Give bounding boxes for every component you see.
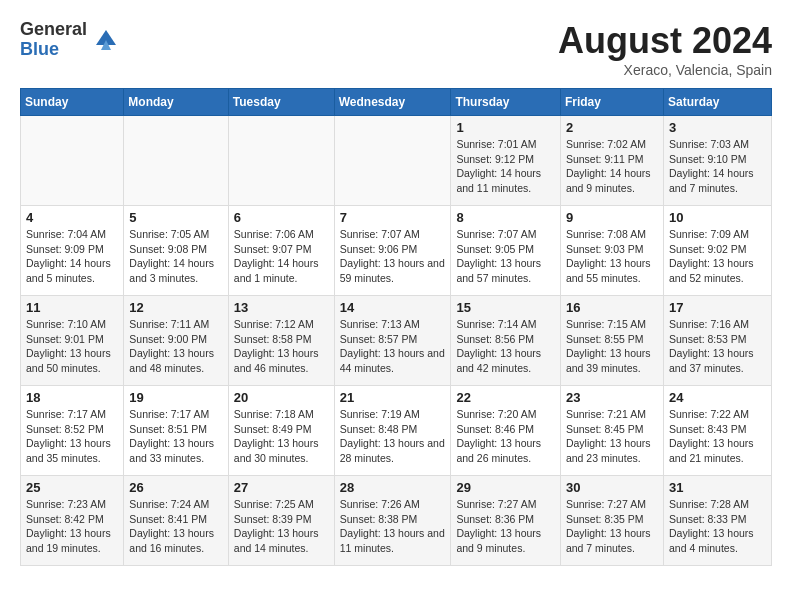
- day-number: 27: [234, 480, 329, 495]
- day-info: Sunrise: 7:09 AMSunset: 9:02 PMDaylight:…: [669, 227, 766, 286]
- day-number: 3: [669, 120, 766, 135]
- day-cell: 26Sunrise: 7:24 AMSunset: 8:41 PMDayligh…: [124, 476, 228, 566]
- day-cell: 7Sunrise: 7:07 AMSunset: 9:06 PMDaylight…: [334, 206, 451, 296]
- week-row-1: 1Sunrise: 7:01 AMSunset: 9:12 PMDaylight…: [21, 116, 772, 206]
- day-info: Sunrise: 7:26 AMSunset: 8:38 PMDaylight:…: [340, 497, 446, 556]
- day-number: 22: [456, 390, 555, 405]
- day-number: 14: [340, 300, 446, 315]
- day-number: 23: [566, 390, 658, 405]
- day-info: Sunrise: 7:02 AMSunset: 9:11 PMDaylight:…: [566, 137, 658, 196]
- day-number: 15: [456, 300, 555, 315]
- day-cell: 3Sunrise: 7:03 AMSunset: 9:10 PMDaylight…: [663, 116, 771, 206]
- day-info: Sunrise: 7:01 AMSunset: 9:12 PMDaylight:…: [456, 137, 555, 196]
- day-number: 6: [234, 210, 329, 225]
- day-info: Sunrise: 7:05 AMSunset: 9:08 PMDaylight:…: [129, 227, 222, 286]
- day-number: 4: [26, 210, 118, 225]
- day-cell: 20Sunrise: 7:18 AMSunset: 8:49 PMDayligh…: [228, 386, 334, 476]
- day-number: 18: [26, 390, 118, 405]
- calendar-table: SundayMondayTuesdayWednesdayThursdayFrid…: [20, 88, 772, 566]
- day-info: Sunrise: 7:16 AMSunset: 8:53 PMDaylight:…: [669, 317, 766, 376]
- day-cell: 1Sunrise: 7:01 AMSunset: 9:12 PMDaylight…: [451, 116, 561, 206]
- day-cell: 6Sunrise: 7:06 AMSunset: 9:07 PMDaylight…: [228, 206, 334, 296]
- day-cell: 23Sunrise: 7:21 AMSunset: 8:45 PMDayligh…: [560, 386, 663, 476]
- day-number: 19: [129, 390, 222, 405]
- day-info: Sunrise: 7:22 AMSunset: 8:43 PMDaylight:…: [669, 407, 766, 466]
- column-header-monday: Monday: [124, 89, 228, 116]
- day-number: 17: [669, 300, 766, 315]
- week-row-2: 4Sunrise: 7:04 AMSunset: 9:09 PMDaylight…: [21, 206, 772, 296]
- day-number: 7: [340, 210, 446, 225]
- day-cell: 8Sunrise: 7:07 AMSunset: 9:05 PMDaylight…: [451, 206, 561, 296]
- day-cell: 24Sunrise: 7:22 AMSunset: 8:43 PMDayligh…: [663, 386, 771, 476]
- day-number: 21: [340, 390, 446, 405]
- day-info: Sunrise: 7:27 AMSunset: 8:35 PMDaylight:…: [566, 497, 658, 556]
- day-number: 31: [669, 480, 766, 495]
- day-info: Sunrise: 7:07 AMSunset: 9:05 PMDaylight:…: [456, 227, 555, 286]
- day-number: 10: [669, 210, 766, 225]
- day-number: 25: [26, 480, 118, 495]
- day-cell: 19Sunrise: 7:17 AMSunset: 8:51 PMDayligh…: [124, 386, 228, 476]
- day-cell: 21Sunrise: 7:19 AMSunset: 8:48 PMDayligh…: [334, 386, 451, 476]
- day-number: 11: [26, 300, 118, 315]
- day-cell: 2Sunrise: 7:02 AMSunset: 9:11 PMDaylight…: [560, 116, 663, 206]
- logo-line1: General: [20, 20, 87, 40]
- column-header-friday: Friday: [560, 89, 663, 116]
- day-cell: 11Sunrise: 7:10 AMSunset: 9:01 PMDayligh…: [21, 296, 124, 386]
- day-cell: 4Sunrise: 7:04 AMSunset: 9:09 PMDaylight…: [21, 206, 124, 296]
- day-cell: 27Sunrise: 7:25 AMSunset: 8:39 PMDayligh…: [228, 476, 334, 566]
- day-info: Sunrise: 7:15 AMSunset: 8:55 PMDaylight:…: [566, 317, 658, 376]
- day-number: 20: [234, 390, 329, 405]
- day-cell: [21, 116, 124, 206]
- day-info: Sunrise: 7:08 AMSunset: 9:03 PMDaylight:…: [566, 227, 658, 286]
- logo-icon: [91, 25, 121, 55]
- month-year: August 2024: [558, 20, 772, 62]
- day-cell: 13Sunrise: 7:12 AMSunset: 8:58 PMDayligh…: [228, 296, 334, 386]
- day-cell: [124, 116, 228, 206]
- day-cell: 30Sunrise: 7:27 AMSunset: 8:35 PMDayligh…: [560, 476, 663, 566]
- day-info: Sunrise: 7:11 AMSunset: 9:00 PMDaylight:…: [129, 317, 222, 376]
- week-row-5: 25Sunrise: 7:23 AMSunset: 8:42 PMDayligh…: [21, 476, 772, 566]
- week-row-3: 11Sunrise: 7:10 AMSunset: 9:01 PMDayligh…: [21, 296, 772, 386]
- day-cell: 12Sunrise: 7:11 AMSunset: 9:00 PMDayligh…: [124, 296, 228, 386]
- calendar-header: SundayMondayTuesdayWednesdayThursdayFrid…: [21, 89, 772, 116]
- day-info: Sunrise: 7:23 AMSunset: 8:42 PMDaylight:…: [26, 497, 118, 556]
- day-number: 12: [129, 300, 222, 315]
- day-info: Sunrise: 7:14 AMSunset: 8:56 PMDaylight:…: [456, 317, 555, 376]
- day-cell: [334, 116, 451, 206]
- day-info: Sunrise: 7:19 AMSunset: 8:48 PMDaylight:…: [340, 407, 446, 466]
- day-cell: 22Sunrise: 7:20 AMSunset: 8:46 PMDayligh…: [451, 386, 561, 476]
- day-number: 29: [456, 480, 555, 495]
- day-cell: 16Sunrise: 7:15 AMSunset: 8:55 PMDayligh…: [560, 296, 663, 386]
- day-info: Sunrise: 7:17 AMSunset: 8:52 PMDaylight:…: [26, 407, 118, 466]
- column-header-tuesday: Tuesday: [228, 89, 334, 116]
- header-row: SundayMondayTuesdayWednesdayThursdayFrid…: [21, 89, 772, 116]
- day-number: 26: [129, 480, 222, 495]
- logo-line2: Blue: [20, 40, 87, 60]
- day-info: Sunrise: 7:25 AMSunset: 8:39 PMDaylight:…: [234, 497, 329, 556]
- day-info: Sunrise: 7:10 AMSunset: 9:01 PMDaylight:…: [26, 317, 118, 376]
- day-info: Sunrise: 7:21 AMSunset: 8:45 PMDaylight:…: [566, 407, 658, 466]
- week-row-4: 18Sunrise: 7:17 AMSunset: 8:52 PMDayligh…: [21, 386, 772, 476]
- day-number: 5: [129, 210, 222, 225]
- day-info: Sunrise: 7:17 AMSunset: 8:51 PMDaylight:…: [129, 407, 222, 466]
- day-number: 30: [566, 480, 658, 495]
- day-cell: 17Sunrise: 7:16 AMSunset: 8:53 PMDayligh…: [663, 296, 771, 386]
- day-cell: 28Sunrise: 7:26 AMSunset: 8:38 PMDayligh…: [334, 476, 451, 566]
- day-info: Sunrise: 7:07 AMSunset: 9:06 PMDaylight:…: [340, 227, 446, 286]
- day-cell: [228, 116, 334, 206]
- day-cell: 9Sunrise: 7:08 AMSunset: 9:03 PMDaylight…: [560, 206, 663, 296]
- day-info: Sunrise: 7:13 AMSunset: 8:57 PMDaylight:…: [340, 317, 446, 376]
- day-number: 2: [566, 120, 658, 135]
- title-block: August 2024 Xeraco, Valencia, Spain: [558, 20, 772, 78]
- day-info: Sunrise: 7:28 AMSunset: 8:33 PMDaylight:…: [669, 497, 766, 556]
- column-header-saturday: Saturday: [663, 89, 771, 116]
- day-number: 9: [566, 210, 658, 225]
- day-cell: 31Sunrise: 7:28 AMSunset: 8:33 PMDayligh…: [663, 476, 771, 566]
- day-number: 8: [456, 210, 555, 225]
- day-info: Sunrise: 7:04 AMSunset: 9:09 PMDaylight:…: [26, 227, 118, 286]
- day-cell: 15Sunrise: 7:14 AMSunset: 8:56 PMDayligh…: [451, 296, 561, 386]
- day-info: Sunrise: 7:03 AMSunset: 9:10 PMDaylight:…: [669, 137, 766, 196]
- day-cell: 18Sunrise: 7:17 AMSunset: 8:52 PMDayligh…: [21, 386, 124, 476]
- day-cell: 10Sunrise: 7:09 AMSunset: 9:02 PMDayligh…: [663, 206, 771, 296]
- day-info: Sunrise: 7:24 AMSunset: 8:41 PMDaylight:…: [129, 497, 222, 556]
